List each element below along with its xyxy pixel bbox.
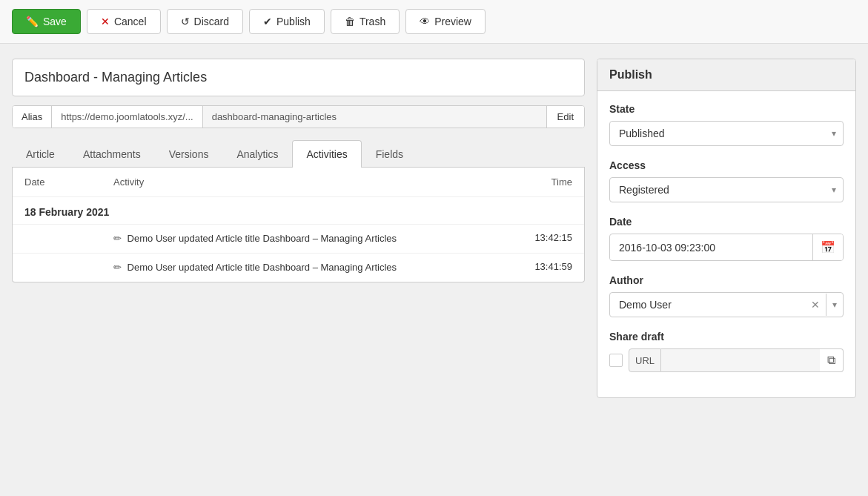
author-wrap: Demo User ✕ ▾ (609, 292, 844, 317)
share-draft-field-group: Share draft URL ⧉ (609, 331, 844, 372)
table-row: ✏ Demo User updated Article title Dashbo… (13, 253, 584, 282)
toolbar: ✏️ Save ✕ Cancel ↺ Discard ✔ Publish 🗑 T… (0, 0, 868, 44)
access-field-group: Access Public Registered Special Guest S… (609, 159, 844, 202)
tab-article[interactable]: Article (12, 140, 69, 168)
trash-button[interactable]: 🗑 Trash (331, 9, 400, 34)
alias-slug: dashboard-managing-articles (203, 106, 546, 128)
share-draft-row: URL ⧉ (609, 348, 844, 372)
save-icon: ✏️ (26, 16, 39, 27)
copy-icon: ⧉ (827, 354, 835, 367)
row-activity: ✏ Demo User updated Article title Dashbo… (113, 232, 498, 245)
publish-icon: ✔ (263, 16, 272, 27)
publish-button[interactable]: ✔ Publish (249, 9, 325, 34)
trash-icon: 🗑 (345, 16, 355, 27)
copy-url-button[interactable]: ⧉ (820, 348, 844, 372)
activities-table: Date Activity Time 18 February 2021 ✏ De… (12, 168, 585, 282)
state-select[interactable]: Published Unpublished Archived Trashed (609, 121, 844, 146)
col-header-activity: Activity (113, 176, 498, 188)
publish-box-body: State Published Unpublished Archived Tra… (597, 91, 855, 397)
date-field-group: Date 📅 (609, 216, 844, 261)
state-label: State (609, 103, 844, 115)
alias-edit-button[interactable]: Edit (546, 106, 584, 128)
share-draft-checkbox[interactable] (609, 354, 623, 367)
tab-attachments[interactable]: Attachments (69, 140, 155, 168)
share-url-input[interactable] (661, 348, 820, 372)
left-panel: Alias https://demo.joomlatools.xyz/... d… (12, 59, 585, 282)
date-group-label: 18 February 2021 (13, 197, 584, 224)
table-row: ✏ Demo User updated Article title Dashbo… (13, 224, 584, 253)
chevron-down-icon[interactable]: ▾ (826, 294, 843, 316)
access-select[interactable]: Public Registered Special Guest Super Us… (609, 177, 844, 202)
access-label: Access (609, 159, 844, 171)
right-panel: Publish State Published Unpublished Arch… (597, 59, 856, 398)
date-input[interactable] (610, 236, 812, 259)
cancel-icon: ✕ (101, 16, 110, 27)
author-label: Author (609, 274, 844, 286)
author-value: Demo User (610, 293, 805, 317)
tab-analytics[interactable]: Analytics (222, 140, 292, 168)
preview-button[interactable]: 👁 Preview (405, 9, 486, 34)
discard-icon: ↺ (181, 16, 190, 27)
tabs-bar: Article Attachments Versions Analytics A… (12, 140, 585, 168)
cancel-button[interactable]: ✕ Cancel (87, 9, 161, 34)
share-url-group: URL ⧉ (629, 348, 844, 372)
col-header-date: Date (24, 176, 113, 188)
publish-box: Publish State Published Unpublished Arch… (597, 59, 856, 398)
article-title-input[interactable] (12, 59, 585, 96)
calendar-icon[interactable]: 📅 (812, 234, 843, 260)
alias-url: https://demo.joomlatools.xyz/... (52, 106, 202, 128)
alias-label: Alias (13, 106, 52, 128)
access-select-wrap: Public Registered Special Guest Super Us… (609, 177, 844, 202)
tab-activities[interactable]: Activities (292, 140, 361, 168)
row-activity: ✏ Demo User updated Article title Dashbo… (113, 261, 498, 274)
state-field-group: State Published Unpublished Archived Tra… (609, 103, 844, 146)
tab-versions[interactable]: Versions (155, 140, 223, 168)
discard-button[interactable]: ↺ Discard (167, 9, 243, 34)
preview-icon: 👁 (420, 16, 430, 27)
tab-fields[interactable]: Fields (362, 140, 417, 168)
pencil-icon: ✏ (113, 262, 122, 273)
share-url-label: URL (629, 348, 661, 372)
share-draft-label: Share draft (609, 331, 844, 343)
alias-bar: Alias https://demo.joomlatools.xyz/... d… (12, 105, 585, 128)
main-layout: Alias https://demo.joomlatools.xyz/... d… (0, 44, 868, 413)
date-input-wrap: 📅 (609, 234, 844, 261)
table-column-headers: Date Activity Time (13, 168, 584, 197)
date-label: Date (609, 216, 844, 228)
state-select-wrap: Published Unpublished Archived Trashed ▾ (609, 121, 844, 146)
row-time: 13:42:15 (498, 232, 572, 243)
clear-author-button[interactable]: ✕ (805, 293, 826, 317)
row-time: 13:41:59 (498, 261, 572, 272)
col-header-time: Time (498, 176, 572, 188)
publish-box-header: Publish (597, 59, 855, 91)
pencil-icon: ✏ (113, 233, 122, 244)
save-button[interactable]: ✏️ Save (12, 9, 81, 34)
author-field-group: Author Demo User ✕ ▾ (609, 274, 844, 317)
